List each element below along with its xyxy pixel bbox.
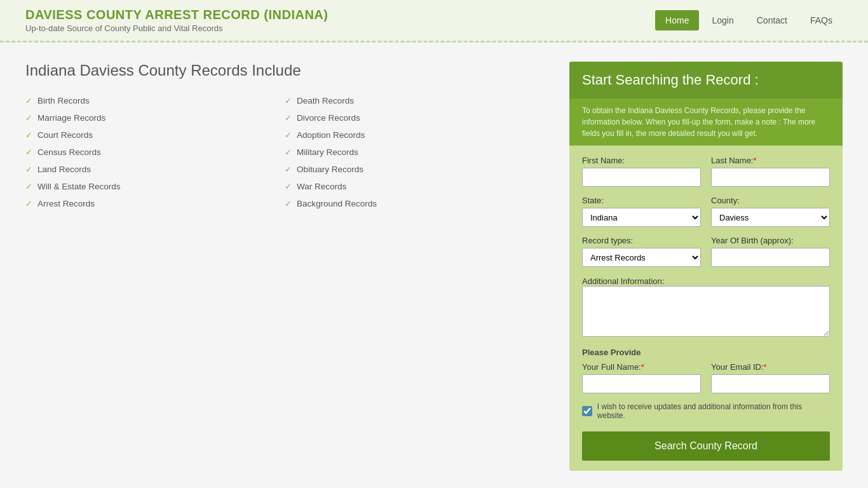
list-item: ✓Court Records	[25, 126, 285, 144]
year-of-birth-input[interactable]	[711, 248, 830, 267]
state-group: State: Indiana Ohio Illinois Kentucky	[582, 196, 701, 227]
nav-contact[interactable]: Contact	[747, 10, 797, 30]
list-item: ✓Will & Estate Records	[25, 178, 285, 195]
list-item: ✓Background Records	[285, 195, 544, 212]
nav-home[interactable]: Home	[655, 10, 699, 30]
check-icon: ✓	[285, 199, 292, 208]
full-name-input[interactable]	[582, 374, 701, 393]
check-icon: ✓	[25, 199, 32, 208]
last-name-group: Last Name:*	[711, 156, 830, 187]
main-nav: Home Login Contact FAQs	[655, 10, 843, 30]
list-item: ✓War Records	[285, 178, 544, 195]
record-year-row: Record types: Arrest Records Birth Recor…	[582, 236, 830, 267]
name-row: First Name: Last Name:*	[582, 156, 830, 187]
contact-row: Your Full Name:* Your Email ID:*	[582, 362, 830, 393]
additional-info-group: Additional Information:	[582, 276, 830, 339]
list-item: ✓Arrest Records	[25, 195, 285, 212]
list-item: ✓Land Records	[25, 161, 285, 178]
county-select[interactable]: Daviess Marion Hamilton Allen	[711, 208, 830, 227]
check-icon: ✓	[25, 130, 32, 140]
check-icon: ✓	[285, 165, 292, 174]
last-name-input[interactable]	[711, 168, 830, 187]
first-name-label: First Name:	[582, 156, 701, 165]
check-icon: ✓	[25, 165, 32, 174]
list-item: ✓Military Records	[285, 144, 544, 161]
year-of-birth-group: Year Of Birth (approx):	[711, 236, 830, 267]
check-icon: ✓	[285, 130, 292, 140]
state-county-row: State: Indiana Ohio Illinois Kentucky Co…	[582, 196, 830, 227]
nav-login[interactable]: Login	[702, 10, 743, 30]
records-col-left: ✓Birth Records✓Marriage Records✓Court Re…	[25, 92, 285, 212]
county-group: County: Daviess Marion Hamilton Allen	[711, 196, 830, 227]
list-item: ✓Adoption Records	[285, 126, 544, 144]
search-county-record-button[interactable]: Search County Record	[582, 431, 830, 461]
left-panel: Indiana Daviess County Records Include ✓…	[25, 62, 544, 471]
check-icon: ✓	[25, 147, 32, 157]
first-name-input[interactable]	[582, 168, 701, 187]
checkbox-row: I wish to receive updates and additional…	[582, 402, 830, 420]
form-header: Start Searching the Record :	[569, 62, 843, 98]
header: DAVIESS COUNTY ARREST RECORD (INDIANA) U…	[0, 0, 868, 43]
record-types-group: Record types: Arrest Records Birth Recor…	[582, 236, 701, 267]
email-group: Your Email ID:*	[711, 362, 830, 393]
state-label: State:	[582, 196, 701, 205]
email-label: Your Email ID:*	[711, 362, 830, 372]
additional-info-textarea[interactable]	[582, 286, 830, 337]
list-item: ✓Obituary Records	[285, 161, 544, 178]
check-icon: ✓	[25, 96, 32, 105]
check-icon: ✓	[285, 113, 292, 123]
list-item: ✓Death Records	[285, 92, 544, 109]
year-of-birth-label: Year Of Birth (approx):	[711, 236, 830, 245]
full-name-label: Your Full Name:*	[582, 362, 701, 372]
check-icon: ✓	[285, 147, 292, 157]
county-label: County:	[711, 196, 830, 205]
form-description: To obtain the Indiana Daviess County Rec…	[569, 98, 843, 146]
right-panel: Start Searching the Record : To obtain t…	[569, 62, 843, 471]
site-subtitle: Up-to-date Source of County Public and V…	[25, 24, 328, 33]
state-select[interactable]: Indiana Ohio Illinois Kentucky	[582, 208, 701, 227]
full-name-group: Your Full Name:*	[582, 362, 701, 393]
check-icon: ✓	[25, 113, 32, 123]
search-form: Start Searching the Record : To obtain t…	[569, 62, 843, 471]
list-item: ✓Marriage Records	[25, 109, 285, 126]
records-grid: ✓Birth Records✓Marriage Records✓Court Re…	[25, 92, 544, 212]
first-name-group: First Name:	[582, 156, 701, 187]
checkbox-label: I wish to receive updates and additional…	[597, 402, 830, 420]
check-icon: ✓	[285, 96, 292, 105]
record-types-select[interactable]: Arrest Records Birth Records Death Recor…	[582, 248, 701, 267]
header-branding: DAVIESS COUNTY ARREST RECORD (INDIANA) U…	[25, 8, 328, 33]
please-provide-label: Please Provide	[582, 348, 830, 357]
record-types-label: Record types:	[582, 236, 701, 245]
form-title: Start Searching the Record :	[582, 72, 830, 88]
main-content: Indiana Daviess County Records Include ✓…	[0, 43, 868, 488]
list-item: ✓Birth Records	[25, 92, 285, 109]
list-item: ✓Census Records	[25, 144, 285, 161]
records-col-right: ✓Death Records✓Divorce Records✓Adoption …	[285, 92, 544, 212]
check-icon: ✓	[25, 182, 32, 191]
section-title: Indiana Daviess County Records Include	[25, 62, 544, 79]
additional-info-label: Additional Information:	[582, 276, 664, 286]
list-item: ✓Divorce Records	[285, 109, 544, 126]
last-name-label: Last Name:*	[711, 156, 830, 165]
newsletter-checkbox[interactable]	[582, 406, 592, 416]
nav-faqs[interactable]: FAQs	[800, 10, 843, 30]
last-name-required: *	[753, 156, 756, 165]
check-icon: ✓	[285, 182, 292, 191]
site-title: DAVIESS COUNTY ARREST RECORD (INDIANA)	[25, 8, 328, 22]
email-input[interactable]	[711, 374, 830, 393]
form-body: First Name: Last Name:* State:	[569, 146, 843, 471]
